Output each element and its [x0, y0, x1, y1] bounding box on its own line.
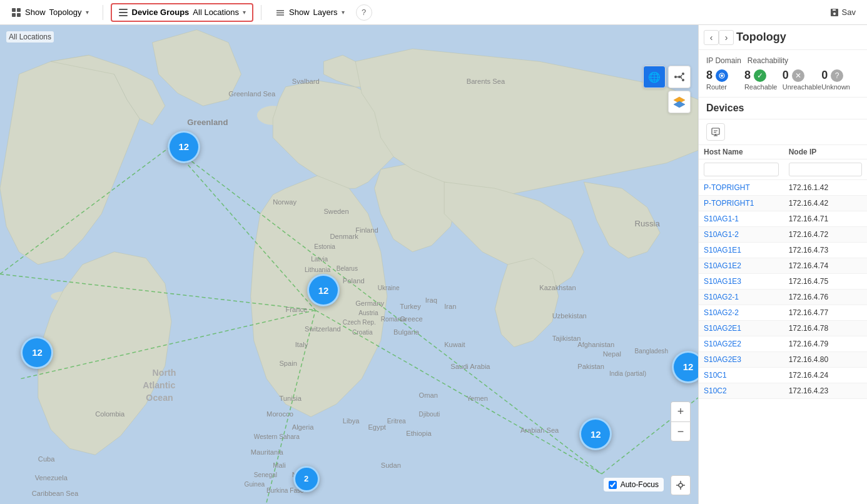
show-topology-selector[interactable]: Show Topology ▾	[5, 3, 95, 22]
device-name-cell[interactable]: S10AG2E1	[699, 321, 784, 336]
svg-text:Arabian Sea: Arabian Sea	[520, 426, 559, 434]
device-name-cell[interactable]: S10AG2-2	[699, 305, 784, 321]
device-name-cell[interactable]: S10AG2E2	[699, 336, 784, 352]
show-layers-selector[interactable]: Show Layers ▾	[269, 3, 351, 22]
device-name-cell[interactable]: P-TOPRIGHT1	[699, 196, 784, 211]
device-table[interactable]: Host Name Node IP P-TOPRIGHT172.16.1.42P…	[699, 145, 867, 504]
device-link[interactable]: S10C2	[704, 386, 727, 395]
nodeip-col-header: Node IP	[784, 145, 867, 159]
map-container[interactable]: Svalbard Greenland Sea Barents Sea Green…	[0, 25, 698, 504]
device-link[interactable]: P-TOPRIGHT1	[704, 199, 754, 208]
table-row: S10AG2-2172.16.4.77	[699, 305, 867, 321]
device-name-cell[interactable]: S10AG2E3	[699, 352, 784, 368]
device-link[interactable]: S10AG2-2	[704, 308, 739, 317]
nodeip-filter-input[interactable]	[789, 163, 862, 176]
device-name-cell[interactable]: S10AG1E3	[699, 274, 784, 290]
stat-unreachable[interactable]: 0 ✕ Unreachable	[783, 69, 821, 91]
device-name-cell[interactable]: S10AG1E1	[699, 243, 784, 258]
zoom-controls: + −	[671, 401, 691, 441]
device-groups-label: Device Groups	[132, 8, 190, 17]
svg-text:Western Sahara: Western Sahara	[254, 433, 300, 440]
device-groups-selector[interactable]: Device Groups All Locations ▾	[111, 3, 253, 22]
toolbar: Show Topology ▾ Device Groups All Locati…	[0, 0, 867, 25]
svg-text:Svalbard: Svalbard	[292, 78, 320, 85]
topology-icon	[674, 71, 685, 83]
table-row: P-TOPRIGHT1172.16.4.42	[699, 196, 867, 211]
cluster-bubble-c3[interactable]: 12	[21, 336, 53, 369]
device-name-cell[interactable]: S10AG2-1	[699, 290, 784, 305]
auto-focus-control[interactable]: Auto-Focus	[604, 478, 664, 491]
device-name-cell[interactable]: S10AG1-1	[699, 211, 784, 227]
stat-router[interactable]: 8 Router	[706, 69, 744, 91]
svg-text:Cuba: Cuba	[38, 455, 55, 463]
svg-text:Poland: Poland	[343, 277, 365, 285]
cluster-bubble-c2[interactable]: 12	[307, 274, 340, 306]
device-link[interactable]: S10AG1E3	[704, 277, 741, 286]
device-name-cell[interactable]: P-TOPRIGHT	[699, 180, 784, 196]
panel-forward-button[interactable]: ›	[719, 30, 734, 45]
svg-point-99	[679, 483, 682, 487]
globe-view-button[interactable]: 🌐	[643, 66, 666, 88]
cluster-count-c1: 12	[178, 141, 189, 152]
panel-nav: ‹ › Topology	[699, 25, 867, 50]
svg-point-88	[682, 79, 684, 81]
device-link[interactable]: S10AG2E2	[704, 340, 741, 348]
svg-text:Norway: Norway	[273, 198, 297, 206]
svg-text:Algeria: Algeria	[292, 423, 315, 431]
device-ip-cell: 172.16.4.71	[784, 211, 867, 227]
device-link[interactable]: S10AG1E2	[704, 261, 741, 270]
unreachable-label: Unreachable	[783, 83, 821, 91]
svg-text:Egypt: Egypt	[368, 423, 386, 431]
cluster-bubble-c4[interactable]: 12	[579, 418, 612, 450]
svg-text:Tajikistan: Tajikistan	[552, 335, 581, 342]
svg-text:Estonia: Estonia	[314, 243, 335, 250]
stat-reachable[interactable]: 8 ✓ Reachable	[744, 69, 783, 91]
svg-text:Belarus: Belarus	[337, 265, 358, 272]
main-layout: Svalbard Greenland Sea Barents Sea Green…	[0, 25, 867, 504]
layers-toggle-button[interactable]	[668, 91, 691, 113]
device-name-cell[interactable]: S10AG1-2	[699, 227, 784, 243]
help-button[interactable]: ?	[356, 4, 372, 21]
stat-unknown[interactable]: 0 ? Unknown	[821, 69, 859, 91]
svg-rect-4	[119, 9, 128, 10]
cluster-count-c5: 2	[304, 474, 308, 483]
zoom-out-button[interactable]: −	[671, 421, 691, 441]
device-link[interactable]: S10AG2E1	[704, 324, 741, 333]
center-map-button[interactable]	[671, 475, 691, 495]
unreachable-icon: ✕	[792, 69, 804, 82]
device-link[interactable]: P-TOPRIGHT	[704, 183, 750, 192]
device-link[interactable]: S10AG1E1	[704, 246, 741, 255]
auto-focus-checkbox[interactable]	[609, 481, 617, 489]
cluster-bubble-c1[interactable]: 12	[168, 131, 200, 163]
device-name-cell[interactable]: S10C1	[699, 368, 784, 383]
device-link[interactable]: S10C1	[704, 371, 727, 380]
layers-prefix: Show	[289, 8, 310, 17]
panel-stats: IP Domain Reachability 8 Router	[699, 50, 867, 98]
device-name-cell[interactable]: S10C2	[699, 383, 784, 399]
svg-text:Austria: Austria	[358, 310, 378, 316]
svg-text:Morocco: Morocco	[266, 410, 293, 418]
device-link[interactable]: S10AG2E3	[704, 355, 741, 364]
table-row: P-TOPRIGHT172.16.1.42	[699, 180, 867, 196]
device-link[interactable]: S10AG2-1	[704, 293, 739, 301]
auto-focus-label[interactable]: Auto-Focus	[621, 480, 659, 489]
unknown-label: Unknown	[821, 83, 850, 91]
help-icon: ?	[362, 8, 366, 17]
device-ip-cell: 172.16.4.73	[784, 243, 867, 258]
device-name-cell[interactable]: S10AG1E2	[699, 258, 784, 274]
device-link[interactable]: S10AG1-1	[704, 214, 739, 223]
zoom-in-button[interactable]: +	[671, 401, 691, 421]
device-link[interactable]: S10AG1-2	[704, 230, 739, 239]
svg-text:Sudan: Sudan	[381, 461, 401, 469]
show-icon	[11, 8, 21, 18]
export-button[interactable]	[706, 123, 725, 141]
unknown-count: 0	[821, 69, 828, 82]
topology-view-button[interactable]	[668, 66, 691, 88]
device-ip-cell: 172.16.1.42	[784, 180, 867, 196]
hostname-filter-input[interactable]	[704, 163, 779, 176]
save-button[interactable]: Sav	[823, 5, 862, 20]
panel-back-button[interactable]: ‹	[704, 30, 719, 45]
svg-text:Kuwait: Kuwait	[444, 341, 465, 348]
cluster-bubble-c5[interactable]: 2	[293, 466, 320, 492]
table-row: S10AG1E3172.16.4.75	[699, 274, 867, 290]
